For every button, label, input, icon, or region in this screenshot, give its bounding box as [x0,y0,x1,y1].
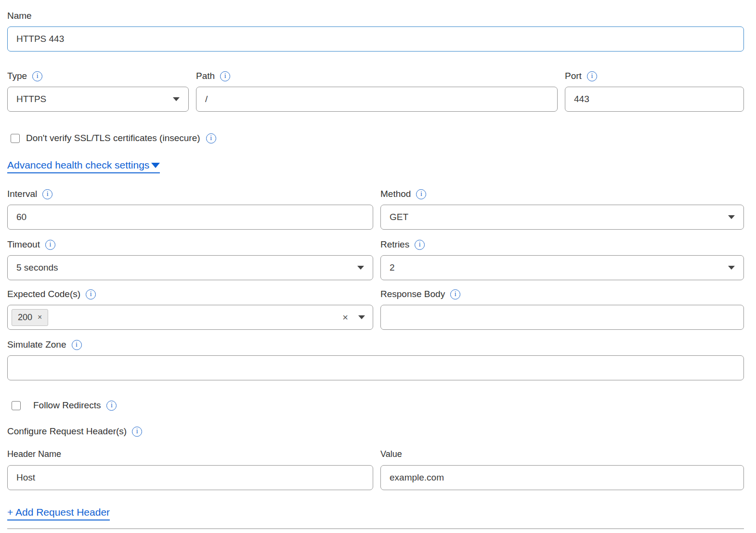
header-name-input[interactable] [7,465,373,490]
method-label: Method i [380,188,744,200]
expected-codes-label-text: Expected Code(s) [7,288,80,300]
ssl-checkbox-label: Don't verify SSL/TLS certificates (insec… [26,133,200,143]
header-name-label: Header Name [7,448,373,460]
response-body-label-text: Response Body [380,288,445,300]
path-label: Path i [196,70,558,82]
chevron-down-icon [358,315,365,319]
type-path-port-row: Type i HTTPS Path i Port i [7,70,744,112]
info-icon[interactable]: i [32,71,42,81]
type-label-text: Type [7,70,27,82]
info-icon[interactable]: i [106,401,117,411]
retries-field-group: Retries i 2 [380,238,744,280]
info-icon[interactable]: i [415,240,425,250]
chevron-down-icon [357,266,364,270]
chevron-down-icon [173,97,180,101]
advanced-settings-link-text: Advanced health check settings [7,159,149,171]
ssl-checkbox-row: Don't verify SSL/TLS certificates (insec… [11,133,744,143]
advanced-settings-container: Advanced health check settings [7,159,744,173]
info-icon[interactable]: i [86,289,96,299]
method-selected-value: GET [390,212,728,222]
port-field-group: Port i [565,70,744,112]
name-label: Name [7,10,744,22]
info-icon[interactable]: i [42,189,52,199]
header-value-label: Value [380,448,744,460]
response-body-label: Response Body i [380,288,744,300]
info-icon[interactable]: i [132,427,142,437]
port-input[interactable] [565,87,744,112]
request-header-row: Header Name Value [7,448,744,490]
follow-redirects-row: Follow Redirects i [12,400,744,411]
interval-method-row: Interval i Method i GET [7,188,744,230]
name-label-text: Name [7,10,32,22]
port-label: Port i [565,70,744,82]
info-icon[interactable]: i [206,133,216,143]
chevron-down-icon [728,266,735,270]
type-selected-value: HTTPS [16,94,173,104]
expected-codes-multiselect[interactable]: 200 × × [7,305,373,330]
interval-label-text: Interval [7,188,37,200]
info-icon[interactable]: i [220,71,230,81]
timeout-field-group: Timeout i 5 seconds [7,238,373,280]
type-label: Type i [7,70,189,82]
request-headers-section-label-text: Configure Request Header(s) [7,425,127,438]
path-field-group: Path i [196,70,558,112]
simulate-zone-field-group: Simulate Zone i [7,338,744,380]
follow-redirects-checkbox[interactable] [12,401,21,410]
follow-redirects-label: Follow Redirects [33,400,101,411]
timeout-label: Timeout i [7,238,373,251]
method-label-text: Method [380,188,411,200]
header-name-label-text: Header Name [7,449,61,459]
triangle-down-icon [151,163,160,168]
request-headers-section-label: Configure Request Header(s) i [7,425,744,438]
interval-field-group: Interval i [7,188,373,230]
path-input[interactable] [196,87,558,112]
timeout-retries-row: Timeout i 5 seconds Retries i 2 [7,238,744,280]
type-field-group: Type i HTTPS [7,70,189,112]
info-icon[interactable]: i [45,240,55,250]
header-value-field-group: Value [380,448,744,490]
simulate-zone-label: Simulate Zone i [7,338,744,351]
expected-codes-field-group: Expected Code(s) i 200 × × [7,288,373,330]
advanced-settings-link[interactable]: Advanced health check settings [7,159,160,173]
add-request-header-container: + Add Request Header [7,507,744,520]
code-tag: 200 × [12,309,48,326]
name-input[interactable] [7,26,744,52]
name-field-group: Name [7,10,744,52]
port-label-text: Port [565,70,582,82]
header-name-field-group: Header Name [7,448,373,490]
header-value-label-text: Value [380,449,402,459]
expected-codes-label: Expected Code(s) i [7,288,373,300]
clear-all-icon[interactable]: × [342,312,348,323]
timeout-select[interactable]: 5 seconds [7,255,373,280]
response-body-input[interactable] [380,305,744,330]
retries-label-text: Retries [380,238,409,251]
health-check-form: Name Type i HTTPS Path i Port i [0,0,756,529]
retries-select[interactable]: 2 [380,255,744,280]
codes-body-row: Expected Code(s) i 200 × × Response Body… [7,288,744,330]
header-value-input[interactable] [380,465,744,490]
simulate-zone-input[interactable] [7,355,744,380]
chevron-down-icon [728,215,735,219]
code-tag-value: 200 [18,312,32,323]
add-request-header-link[interactable]: + Add Request Header [7,507,110,520]
retries-selected-value: 2 [390,262,728,273]
response-body-field-group: Response Body i [380,288,744,330]
timeout-label-text: Timeout [7,238,40,251]
method-select[interactable]: GET [380,205,744,230]
path-label-text: Path [196,70,215,82]
section-divider [7,528,744,529]
type-select[interactable]: HTTPS [7,87,189,112]
ssl-verify-checkbox[interactable] [11,134,20,143]
info-icon[interactable]: i [72,340,82,350]
interval-label: Interval i [7,188,373,200]
simulate-zone-label-text: Simulate Zone [7,338,66,351]
interval-input[interactable] [7,205,373,230]
timeout-selected-value: 5 seconds [16,262,357,273]
info-icon[interactable]: i [416,189,426,199]
info-icon[interactable]: i [450,289,460,299]
method-field-group: Method i GET [380,188,744,230]
retries-label: Retries i [380,238,744,251]
info-icon[interactable]: i [587,71,597,81]
remove-tag-icon[interactable]: × [38,313,42,322]
